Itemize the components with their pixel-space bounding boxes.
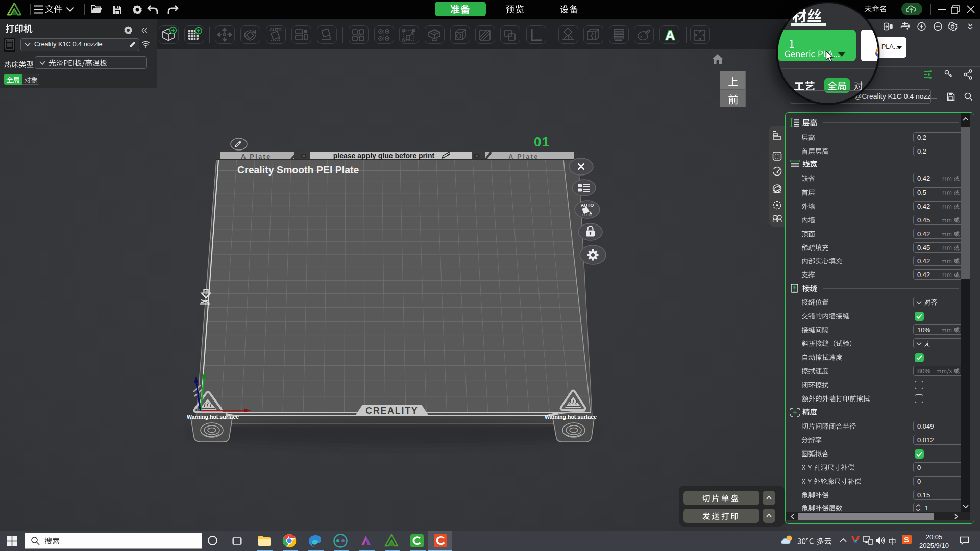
svg-text:please apply glue before print: please apply glue before print [333, 152, 435, 160]
svg-text:Warning hot surface: Warning hot surface [545, 414, 597, 420]
svg-text:CREALITY: CREALITY [365, 406, 419, 416]
svg-text:AUTO: AUTO [580, 202, 593, 207]
svg-text:Warning hot surface: Warning hot surface [187, 414, 239, 420]
svg-text:A: A [666, 28, 675, 43]
svg-text:A Plate: A Plate [508, 153, 538, 160]
svg-text:A Plate: A Plate [241, 153, 271, 160]
svg-text:Creality Smooth PEI Plate: Creality Smooth PEI Plate [237, 164, 359, 176]
